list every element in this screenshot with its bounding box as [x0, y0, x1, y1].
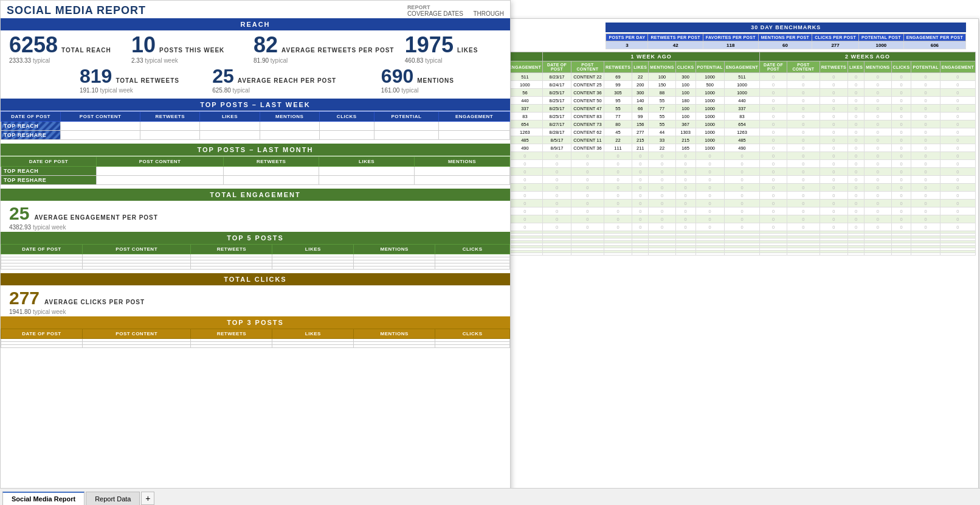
avg-reach-label: AVERAGE REACH PER POST [238, 77, 336, 84]
bench-val-3: 60 [758, 41, 812, 49]
col-header-g2-1: POST CONTENT [787, 61, 820, 73]
top-posts-week-header: TOP POSTS – LAST WEEK [1, 99, 510, 111]
tab-social-media-report[interactable]: Social Media Report [2, 492, 85, 505]
spreadsheet-container: SOCIAL MEDIA REPORT DATA 30 DAY BENCHMAR… [0, 0, 980, 505]
total-retweets-label: TOTAL RETWEETS [116, 77, 179, 84]
col-header-g1-5: CLICKS [675, 61, 695, 73]
bench-val-4: 277 [812, 41, 859, 49]
col-mn: MENTIONS [415, 157, 510, 167]
col-header-g2-6: POTENTIAL [911, 61, 940, 73]
posts-week-number: 10 [131, 34, 156, 56]
report-label: REPORT [407, 4, 504, 10]
avg-reach-typical: 625.80 typical [212, 87, 369, 94]
col-retweets: RETWEETS [140, 112, 200, 122]
col-header-g2-7: ENGAGEMENT [940, 61, 975, 73]
posts-week-typical: 2.33 typical week [131, 57, 247, 64]
month-top-reach-row: TOP REACH [1, 167, 510, 176]
mentions-number: 690 [381, 66, 413, 86]
metric-total-retweets: 819 TOTAL RETWEETS 191.10 typical week [80, 66, 200, 94]
bench-col-4: CLICKS PER POST [812, 34, 859, 41]
bench-col-2: FAVORITES PER POST [703, 34, 758, 41]
col-header-g2-0: DATE OF POST [760, 61, 787, 73]
avg-retweets-label: AVERAGE RETWEETS PER POST [281, 47, 394, 54]
report-title: SOCIAL MEDIA REPORT [7, 4, 146, 17]
col-potential: POTENTIAL [374, 112, 438, 122]
avg-reach-number: 25 [212, 66, 234, 86]
bench-val-0: 3 [606, 41, 648, 49]
avg-retweets-number: 82 [254, 34, 278, 56]
avg-engagement-number: 25 [9, 204, 29, 223]
benchmark-table: POSTS PER DAYRETWEETS PER POSTFAVORITES … [606, 33, 966, 49]
top3-header: TOP 3 POSTS [1, 316, 510, 329]
total-reach-label: TOTAL REACH [61, 47, 111, 54]
through-label: THROUGH [473, 10, 504, 17]
col-header-g1-3: LIKES [632, 61, 649, 73]
benchmarks-header: 30 DAY BENCHMARKS [606, 23, 966, 32]
total-reach-number: 6258 [9, 34, 58, 56]
col-clicks: CLICKS [319, 112, 374, 122]
top-posts-month-header: TOP POSTS – LAST MONTH [1, 144, 510, 156]
top-reach-row: TOP REACH [1, 122, 510, 131]
top-posts-week-table: DATE OF POST POST CONTENT RETWEETS LIKES… [1, 111, 510, 140]
total-retweets-typical: 191.10 typical week [80, 87, 200, 94]
col-header-g2-2: RETWEETS [820, 61, 847, 73]
col-likes: LIKES [200, 112, 260, 122]
col-header-g1-6: POTENTIAL [695, 61, 724, 73]
tab-add-button[interactable]: + [141, 492, 154, 505]
clicks-metric: 277 AVERAGE CLICKS PER POST 1941.80 typi… [1, 285, 510, 316]
col-content: POST CONTENT [96, 157, 223, 167]
tabs-bar: Social Media Report Report Data + [0, 488, 980, 505]
avg-clicks-typical: 1941.80 typical week [9, 308, 502, 315]
top-posts-month-table: DATE OF POST POST CONTENT RETWEETS LIKES… [1, 156, 510, 185]
metric-avg-reach: 25 AVERAGE REACH PER POST 625.80 typical [212, 66, 369, 94]
reach-metrics-row1: 6258 TOTAL REACH 2333.33 typical 10 POST… [1, 30, 510, 65]
bench-val-2: 118 [703, 41, 758, 49]
posts-week-label: POSTS THIS WEEK [159, 47, 224, 54]
col-header-g2-5: CLICKS [891, 61, 911, 73]
top5-row-4 [1, 266, 510, 270]
likes-number: 1975 [405, 34, 454, 56]
metric-likes: 1975 LIKES 460.83 typical [405, 34, 502, 64]
col-header-g2-3: LIKES [848, 61, 864, 73]
top-reshare-row: TOP RESHARE [1, 131, 510, 140]
likes-typical: 460.83 typical [405, 57, 502, 64]
col-rt: RETWEETS [224, 157, 319, 167]
metric-avg-retweets: 82 AVERAGE RETWEETS PER POST 81.90 typic… [254, 34, 399, 64]
ago1-label: 1 WEEK AGO [543, 52, 760, 61]
col-mentions: MENTIONS [260, 112, 319, 122]
bench-val-1: 42 [648, 41, 703, 49]
reach-section-header: REACH [1, 18, 510, 30]
tab-report-data[interactable]: Report Data [86, 492, 140, 505]
col-header-g0-7: ENGAGEMENT [507, 61, 542, 73]
metric-mentions: 690 MENTIONS 161.00 typical [381, 66, 502, 94]
col-header-g1-0: DATE OF POST [543, 61, 571, 73]
col-date-of-post: DATE OF POST [1, 112, 61, 122]
total-reach-typical: 2333.33 typical [9, 57, 125, 64]
bench-val-6: 606 [903, 41, 965, 49]
clicks-section-header: TOTAL CLICKS [1, 273, 510, 285]
coverage-label: COVERAGE DATES [407, 10, 463, 17]
col-header-g1-2: RETWEETS [604, 61, 632, 73]
top5-header: TOP 5 POSTS [1, 232, 510, 244]
likes-label: LIKES [457, 47, 478, 54]
top5-table: DATE OF POST POST CONTENT RETWEETS LIKES… [1, 244, 510, 270]
top3-row-2 [1, 345, 510, 348]
avg-clicks-number: 277 [9, 289, 40, 307]
col-lk: LIKES [319, 157, 415, 167]
month-top-reshare-row: TOP RESHARE [1, 176, 510, 185]
metric-posts-week: 10 POSTS THIS WEEK 2.33 typical week [131, 34, 247, 64]
top-reshare-label: TOP RESHARE [1, 131, 61, 140]
bench-col-1: RETWEETS PER POST [648, 34, 703, 41]
col-header-g1-7: ENGAGEMENT [724, 61, 759, 73]
bench-col-3: MENTIONS PER POST [758, 34, 812, 41]
report-meta: REPORT COVERAGE DATES THROUGH [407, 4, 504, 17]
reach-metrics-row2: 819 TOTAL RETWEETS 191.10 typical week 2… [1, 65, 510, 99]
engagement-metric: 25 AVERAGE ENGAGEMENT PER POST 4382.93 t… [1, 201, 510, 232]
social-media-report-sheet: SOCIAL MEDIA REPORT REPORT COVERAGE DATE… [0, 0, 511, 499]
total-retweets-number: 819 [80, 66, 112, 86]
col-header-g1-4: MENTIONS [649, 61, 675, 73]
mentions-typical: 161.00 typical [381, 87, 502, 94]
col-header-g2-4: MENTIONS [864, 61, 891, 73]
bench-col-6: ENGAGEMENT PER POST [903, 34, 965, 41]
avg-engagement-typical: 4382.93 typical week [9, 224, 502, 231]
